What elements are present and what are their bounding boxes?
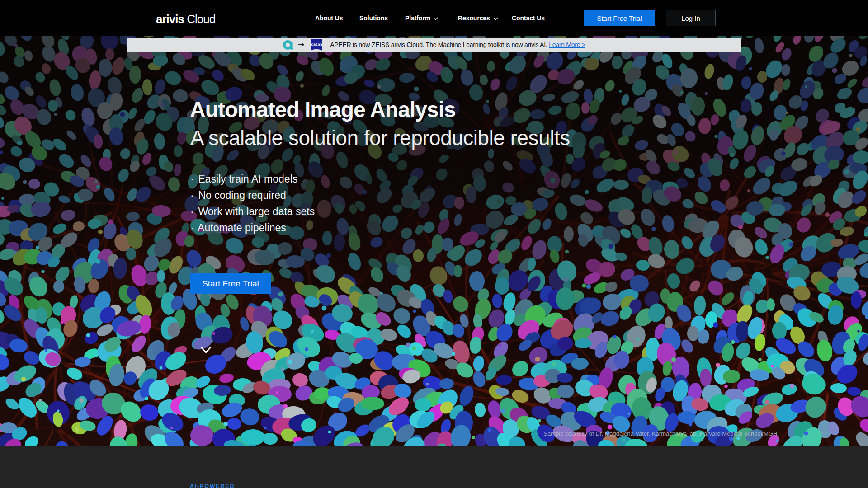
svg-text:ZEISS: ZEISS [311, 42, 322, 47]
